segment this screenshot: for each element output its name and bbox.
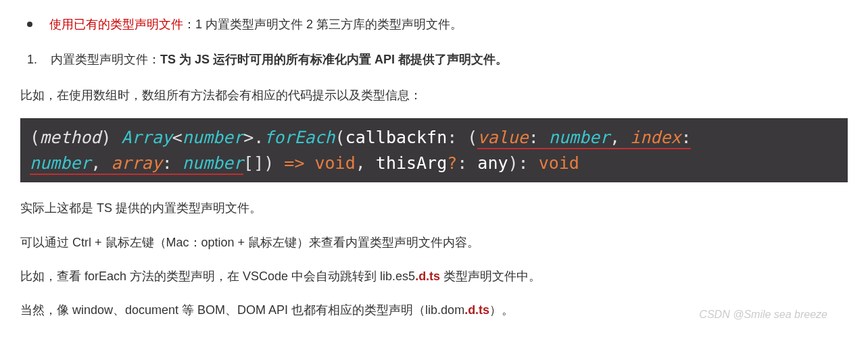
code-token: . (254, 128, 264, 147)
watermark: CSDN @Smile sea breeze (699, 305, 827, 325)
numbered-bold: TS 为 JS 运行时可用的所有标准化内置 API 都提供了声明文件。 (160, 53, 508, 66)
numbered-prefix: 内置类型声明文件： (51, 53, 160, 66)
paragraph: 实际上这都是 TS 提供的内置类型声明文件。 (20, 197, 848, 219)
code-token: : (447, 128, 457, 147)
text-segment: ）。 (489, 303, 514, 317)
numbered-text: 内置类型声明文件：TS 为 JS 运行时可用的所有标准化内置 API 都提供了声… (51, 49, 508, 70)
code-token: index (630, 128, 681, 147)
text-segment: 比如，查看 forEach 方法的类型声明，在 VSCode 中会自动跳转到 l… (20, 269, 415, 283)
bullet-item: 使用已有的类型声明文件：1 内置类型声明文件 2 第三方库的类型声明文件。 (20, 14, 848, 35)
filename-highlight: .d.ts (464, 303, 489, 317)
code-token: value (477, 128, 528, 147)
code-token: number (183, 128, 243, 147)
code-token: , (356, 153, 376, 173)
code-token: thisArg (376, 153, 447, 173)
text-segment: 类型声明文件中。 (440, 269, 541, 283)
code-token: ( (457, 128, 477, 147)
bullet-dot-icon (27, 22, 32, 27)
code-token: > (243, 128, 254, 147)
bullet-text: 使用已有的类型声明文件：1 内置类型声明文件 2 第三方库的类型声明文件。 (49, 14, 462, 35)
code-token: : (529, 128, 549, 147)
code-token: forEach (264, 128, 335, 147)
bullet-highlight: 使用已有的类型声明文件 (49, 18, 183, 31)
code-token: ( (30, 128, 40, 147)
code-token: ( (335, 128, 345, 147)
code-token: ? (447, 153, 457, 173)
code-token: , (610, 128, 630, 147)
code-token: Array (121, 128, 172, 147)
code-token: => (284, 153, 304, 173)
paragraph: 可以通过 Ctrl + 鼠标左键（Mac：option + 鼠标左键）来查看内置… (20, 232, 848, 253)
code-token: method (40, 128, 101, 147)
code-token: ) (101, 128, 121, 147)
paragraph-intro: 比如，在使用数组时，数组所有方法都会有相应的代码提示以及类型信息： (20, 84, 848, 106)
bullet-rest: ：1 内置类型声明文件 2 第三方库的类型声明文件。 (183, 18, 462, 31)
code-token: callbackfn (345, 128, 448, 147)
code-token: number (30, 153, 91, 173)
text-segment: 当然，像 window、document 等 BOM、DOM API 也都有相应… (20, 303, 464, 317)
numbered-item: 1. 内置类型声明文件：TS 为 JS 运行时可用的所有标准化内置 API 都提… (20, 49, 848, 70)
code-token: any (467, 153, 508, 173)
code-token: void (315, 153, 356, 173)
code-token (304, 153, 314, 173)
code-token: array (111, 153, 162, 173)
code-token: < (172, 128, 183, 147)
code-token: [] (243, 153, 264, 173)
code-token: : (457, 153, 467, 173)
paragraph: 比如，查看 forEach 方法的类型声明，在 VSCode 中会自动跳转到 l… (20, 265, 848, 287)
code-token: : (681, 128, 691, 147)
code-token: void (539, 153, 579, 173)
code-token: number (183, 153, 243, 173)
code-token (529, 153, 539, 173)
code-token: : (162, 153, 183, 173)
list-number: 1. (27, 49, 37, 70)
code-token: ): (508, 153, 529, 173)
code-block: (method) Array<number>.forEach(callbackf… (20, 118, 848, 182)
filename-highlight: .d.ts (415, 269, 440, 283)
code-token: ) (264, 153, 284, 173)
code-token: number (549, 128, 610, 147)
code-token: , (91, 153, 111, 173)
